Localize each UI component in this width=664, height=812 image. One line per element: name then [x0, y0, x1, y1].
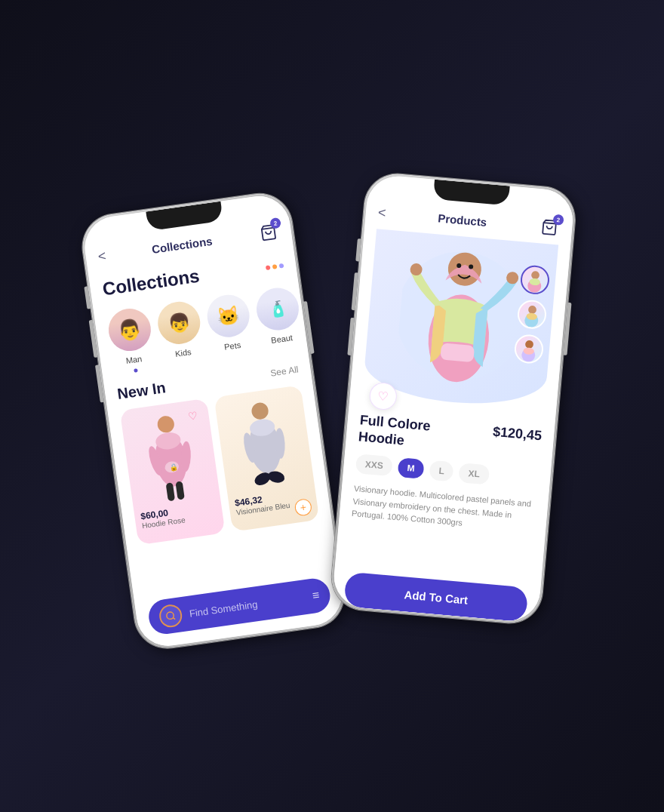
category-pets-avatar: 🐱	[204, 292, 252, 340]
size-m[interactable]: M	[398, 457, 425, 479]
more-options[interactable]	[266, 263, 284, 270]
dot-2	[272, 264, 278, 269]
filter-icon[interactable]: ≡	[312, 589, 321, 603]
active-indicator	[134, 368, 138, 373]
category-pets[interactable]: 🐱 Pets	[204, 292, 255, 361]
product-hero: ♡	[362, 229, 558, 410]
product-description: Visionary hoodie. Multicolored pastel pa…	[351, 482, 536, 535]
cart-button-2[interactable]: 2	[538, 216, 561, 238]
dot-1	[266, 265, 271, 270]
product-image-2	[214, 385, 314, 494]
category-beauty-label: Beaut	[270, 333, 293, 345]
cart-button[interactable]: 2	[257, 220, 281, 245]
product-price-large: $120,45	[492, 424, 543, 444]
category-man[interactable]: 👨 Man	[106, 306, 156, 375]
search-circle	[158, 603, 183, 629]
svg-point-33	[525, 340, 534, 349]
product-title: Full ColoreHoodie	[358, 412, 431, 451]
phone-collections: < Collections 2 Collections	[78, 189, 349, 652]
category-pets-label: Pets	[223, 340, 241, 352]
see-all-button[interactable]: See All	[269, 364, 299, 378]
hero-product-image	[393, 235, 527, 404]
products-screen-title: Products	[438, 211, 487, 229]
svg-point-30	[528, 306, 537, 315]
search-placeholder: Find Something	[189, 592, 306, 619]
product-card-hoodie-rose[interactable]: ♡	[120, 398, 226, 545]
category-man-avatar: 👨	[106, 306, 153, 353]
thumbnail-1[interactable]	[519, 264, 550, 295]
back-button-2[interactable]: <	[377, 205, 386, 221]
svg-point-1	[156, 415, 175, 434]
products-screen: < Products 2	[331, 174, 575, 623]
search-bar[interactable]: Find Something ≡	[146, 577, 332, 636]
size-l[interactable]: L	[429, 460, 453, 482]
size-xl[interactable]: XL	[459, 463, 490, 484]
category-man-label: Man	[125, 354, 143, 365]
collections-screen: < Collections 2 Collections	[81, 192, 346, 651]
product-title-row: Full ColoreHoodie $120,45	[358, 412, 543, 460]
new-in-title: New In	[116, 379, 167, 403]
size-xxs[interactable]: XXS	[355, 454, 393, 476]
collections-heading: Collections	[101, 266, 201, 300]
svg-point-27	[531, 271, 540, 280]
dot-3	[279, 263, 284, 269]
product-card-visionnaire[interactable]: $46,32 Visionnaire Bleu +	[214, 385, 319, 531]
category-kids-avatar: 👦	[155, 299, 203, 346]
size-selector: XXS M L XL	[355, 454, 539, 489]
back-button[interactable]: <	[97, 248, 107, 264]
phone-products: < Products 2	[329, 171, 577, 626]
wishlist-button-1[interactable]: ♡	[182, 405, 204, 427]
svg-point-10	[251, 401, 269, 420]
category-kids[interactable]: 👦 Kids	[155, 299, 206, 368]
category-kids-label: Kids	[174, 347, 192, 358]
svg-rect-7	[175, 481, 184, 500]
category-beauty-avatar: 🧴	[254, 285, 301, 333]
product-image-1: 🔒	[120, 398, 220, 508]
thumbnail-2[interactable]	[516, 299, 547, 330]
category-beauty[interactable]: 🧴 Beaut	[254, 285, 304, 355]
svg-rect-22	[440, 343, 475, 362]
cart-badge-2: 2	[552, 214, 564, 226]
products-row: ♡	[120, 385, 320, 545]
product-details: Full ColoreHoodie $120,45 XXS M L XL Vis…	[334, 393, 556, 589]
thumbnail-3[interactable]	[513, 334, 544, 364]
screen-title: Collections	[151, 234, 213, 255]
